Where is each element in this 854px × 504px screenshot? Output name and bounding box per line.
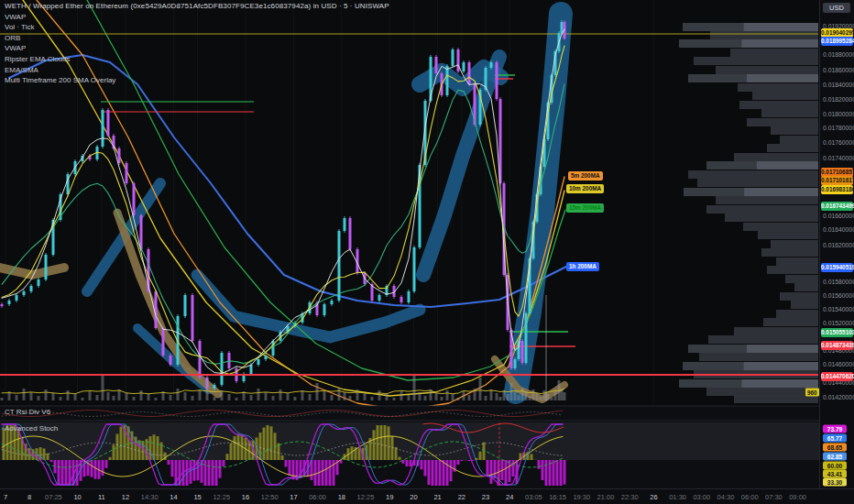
volume-bar — [301, 390, 304, 400]
candlestick — [23, 291, 26, 295]
volume-bar — [499, 397, 502, 400]
volume-profile-bar — [739, 101, 818, 109]
volume-bar — [30, 392, 33, 400]
volume-bar — [287, 393, 290, 400]
volume-bar — [177, 389, 180, 400]
price-axis-label: 0.014600000 — [823, 361, 854, 367]
candlestick — [257, 359, 260, 365]
volume-bar — [532, 389, 535, 400]
candlestick — [463, 62, 465, 71]
price-axis-label: 0.018400000 — [823, 82, 854, 88]
volume-profile-bar — [688, 170, 818, 179]
price-axis-label: 0.017600000 — [823, 139, 854, 146]
volume-bar — [16, 395, 18, 400]
volume-bar — [331, 395, 334, 400]
candlestick — [214, 385, 216, 389]
candlestick — [199, 341, 202, 378]
time-axis-label: 21:00 — [597, 493, 615, 501]
volume-bar — [221, 390, 224, 400]
time-axis-label: 19:30 — [573, 493, 590, 501]
volume-bar — [344, 392, 346, 400]
volume-bar — [192, 396, 194, 400]
time-axis-label: 17 — [290, 493, 297, 501]
candlestick — [272, 341, 275, 356]
time-axis[interactable]: 7807:2510111214:30141512:251612:501706:0… — [0, 488, 854, 504]
candlestick — [162, 328, 165, 356]
volume-bar — [265, 392, 268, 400]
volume-bar — [60, 397, 62, 400]
price-axis-label: 0.018000000 — [823, 111, 854, 117]
price-axis-label: 0.015800000 — [823, 279, 854, 285]
volume-profile-bar — [763, 318, 818, 326]
time-axis-label: 07:30 — [765, 493, 783, 501]
volume-profile-bar — [743, 223, 818, 231]
candlestick — [155, 291, 158, 328]
mtf-sma-label: 1h 200MA — [566, 262, 599, 271]
stoch-value-badge: 62.85 — [823, 453, 847, 461]
chart-canvas[interactable] — [0, 0, 854, 504]
time-axis-label: 06:00 — [309, 493, 326, 501]
time-axis-label: 12:25 — [357, 493, 375, 501]
candlestick — [561, 22, 564, 33]
volume-bar — [199, 389, 202, 400]
volume-profile-bar — [761, 248, 818, 257]
volume-bar — [214, 397, 216, 400]
volume-bar — [543, 390, 546, 400]
stoch-value-badge: 60.00 — [823, 462, 847, 470]
volume-bar — [1, 398, 4, 400]
time-axis-label: 24 — [506, 493, 513, 501]
volume-bar — [96, 395, 99, 400]
price-axis[interactable]: USD 0.0192000000.0188000000.0186000000.0… — [819, 0, 854, 488]
candlestick — [413, 247, 416, 291]
candlestick — [452, 49, 454, 66]
candlestick — [102, 110, 104, 147]
candlestick — [221, 353, 224, 385]
volume-bar — [485, 396, 487, 400]
currency-button[interactable]: USD — [823, 3, 850, 13]
candlestick — [400, 297, 403, 302]
time-axis-label: 23 — [482, 493, 489, 501]
time-axis-label: 19 — [386, 493, 393, 501]
time-axis-label: 26 — [650, 493, 657, 501]
volume-bar — [551, 398, 553, 400]
volume-profile-bar — [710, 31, 818, 39]
volume-profile-bar — [697, 179, 818, 187]
price-axis-label: 0.017800000 — [823, 125, 854, 131]
indicator-title-stoch[interactable]: Advanced Stoch — [5, 424, 58, 433]
volume-bar — [279, 389, 282, 400]
volume-bar — [393, 398, 396, 400]
volume-bar — [529, 396, 531, 400]
price-badge: 0.016983186 — [821, 185, 853, 194]
volume-profile-bar — [776, 257, 818, 266]
volume-bar — [400, 391, 403, 400]
volume-bar — [446, 390, 449, 400]
volume-profile-bar — [708, 335, 818, 344]
price-badge: 0.014470620 — [821, 372, 853, 381]
volume-bar — [424, 396, 427, 400]
time-axis-label: 14:30 — [141, 493, 159, 501]
volume-bar — [564, 392, 566, 400]
volume-profile-bar — [738, 83, 818, 92]
time-axis-label: 7 — [4, 493, 7, 501]
candlestick — [378, 295, 381, 301]
volume-bar — [540, 397, 542, 400]
candlestick — [331, 301, 334, 304]
volume-bar — [364, 393, 367, 400]
volume-bar — [74, 394, 77, 400]
indicator-title-rsi[interactable]: CT Rsi Div V6 — [5, 408, 50, 416]
volume-profile-bar — [776, 310, 818, 318]
volume-bar — [45, 389, 48, 400]
candlestick — [468, 62, 471, 84]
time-axis-label: 16 — [242, 493, 249, 501]
volume-bar — [23, 389, 26, 400]
time-axis-label: 12 — [122, 493, 129, 501]
time-axis-label: 22:30 — [621, 493, 639, 501]
price-axis-label: 0.016200000 — [823, 242, 854, 248]
time-axis-label: 15 — [193, 493, 201, 501]
volume-bar — [82, 398, 84, 400]
time-axis-label: 16:15 — [549, 493, 566, 501]
volume-bar — [257, 389, 260, 400]
volume-bar — [113, 396, 115, 400]
volume-profile-bar — [716, 196, 818, 204]
candlestick — [38, 279, 40, 286]
